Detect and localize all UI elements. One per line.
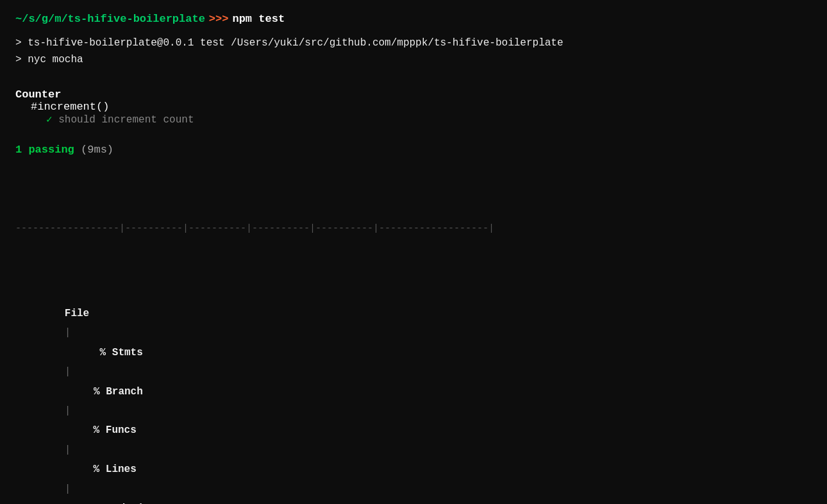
- test-suite: Counter #increment() ✓ should increment …: [15, 88, 812, 126]
- header-stmts: % Stmts: [65, 343, 148, 362]
- prompt-path: ~/s/g/m/ts-hifive-boilerplate: [15, 13, 205, 25]
- npm-line2-text: > nyc mocha: [15, 54, 83, 65]
- passing-line: 1 passing (9ms): [15, 144, 812, 156]
- coverage-table: ------------------|----------|----------…: [15, 174, 812, 504]
- npm-output-line2: > nyc mocha: [15, 52, 812, 69]
- prompt-arrows: >>>: [209, 13, 229, 25]
- npm-output-line1: > ts-hifive-boilerplate@0.0.1 test /User…: [15, 35, 812, 52]
- test-describe: #increment(): [15, 101, 812, 113]
- passing-count: 1 passing: [15, 144, 74, 156]
- header-sep3: |: [65, 405, 71, 417]
- prompt-command: npm test: [232, 13, 285, 25]
- header-lines: % Lines: [65, 460, 142, 479]
- divider-top: ------------------|----------|----------…: [15, 220, 812, 239]
- npm-line1-text: > ts-hifive-boilerplate@0.0.1 test /User…: [15, 37, 564, 49]
- terminal: ~/s/g/m/ts-hifive-boilerplate >>> npm te…: [0, 0, 827, 504]
- header-sep5: |: [65, 483, 71, 495]
- header-uncovered: Uncovered Lines: [65, 499, 206, 504]
- header-sep1: |: [65, 327, 71, 339]
- test-suite-name: Counter: [15, 88, 812, 101]
- header-file: File: [65, 304, 187, 323]
- prompt-line: ~/s/g/m/ts-hifive-boilerplate >>> npm te…: [15, 13, 812, 25]
- test-checkmark: ✓: [46, 114, 53, 126]
- test-case: ✓ should increment count: [15, 113, 812, 126]
- coverage-header-row: File | % Stmts | % Branch | % Funcs | % …: [15, 285, 812, 504]
- passing-time: (9ms): [81, 144, 113, 156]
- header-sep4: |: [65, 444, 71, 456]
- header-branch: % Branch: [65, 382, 148, 401]
- npm-output: > ts-hifive-boilerplate@0.0.1 test /User…: [15, 35, 812, 68]
- header-funcs: % Funcs: [65, 421, 142, 440]
- header-sep2: |: [65, 366, 71, 378]
- coverage-section: ------------------|----------|----------…: [15, 174, 812, 504]
- test-case-label: should increment count: [58, 114, 194, 126]
